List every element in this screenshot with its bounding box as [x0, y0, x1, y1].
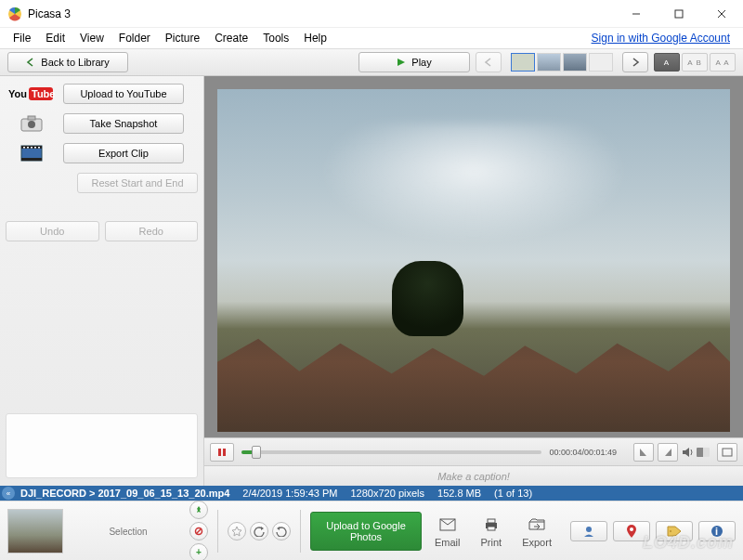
info-bar: « DJI_RECORD > 2017_09_06_15_13_20.mp4 2…	[0, 486, 743, 501]
arrow-left-icon	[484, 58, 493, 67]
menu-view[interactable]: View	[72, 30, 111, 46]
export-clip-button[interactable]: Export Clip	[63, 143, 184, 163]
histogram-placeholder	[6, 413, 198, 478]
youtube-icon: YouTube	[6, 85, 58, 102]
content-area: YouTube Upload to YouTube Take Snapshot …	[0, 76, 743, 486]
thumbnail-1[interactable]	[511, 53, 535, 72]
player-controls: 00:00:04/00:01:49	[204, 437, 743, 465]
ratio-button-2[interactable]: A B	[682, 53, 708, 72]
camera-icon	[6, 114, 58, 133]
collapse-tray-button[interactable]: «	[2, 487, 15, 500]
speaker-icon	[682, 446, 695, 459]
rotate-left-button[interactable]	[250, 522, 268, 540]
info-date: 2/4/2019 1:59:43 PM	[242, 488, 337, 499]
menu-bar: File Edit View Folder Picture Create Too…	[0, 28, 743, 48]
play-label: Play	[411, 57, 431, 68]
video-frame[interactable]	[217, 89, 730, 432]
pin-icon	[194, 505, 203, 514]
menu-file[interactable]: File	[6, 30, 38, 46]
thumbnail-strip	[511, 53, 613, 72]
play-button[interactable]: Play	[358, 52, 470, 72]
svg-rect-11	[28, 116, 35, 120]
menu-picture[interactable]: Picture	[158, 30, 207, 46]
svg-text:You: You	[8, 88, 27, 99]
bottom-bar: Selection + Upload to Google Photos Emai…	[0, 501, 743, 560]
person-icon	[582, 525, 595, 538]
tray-actions	[228, 522, 291, 540]
export-button[interactable]: Export	[515, 513, 559, 550]
selection-label: Selection	[109, 527, 147, 537]
volume-control[interactable]	[682, 446, 710, 459]
add-button[interactable]: +	[189, 543, 208, 561]
volume-slider[interactable]	[697, 448, 710, 457]
svg-rect-14	[21, 158, 42, 161]
menu-folder[interactable]: Folder	[111, 30, 158, 46]
pause-button[interactable]	[210, 443, 234, 462]
window-maximize-button[interactable]	[658, 0, 700, 28]
export-icon	[527, 514, 547, 535]
email-button[interactable]: Email	[427, 513, 468, 550]
selection-thumbnail[interactable]	[7, 509, 63, 553]
mark-in-icon	[639, 448, 648, 457]
svg-rect-19	[38, 147, 40, 149]
info-dimensions: 1280x720 pixels	[351, 488, 425, 499]
watermark: LO4D.com	[643, 533, 734, 553]
viewer-panel: 00:00:04/00:01:49 Make a caption!	[204, 76, 743, 486]
email-icon	[437, 514, 458, 535]
svg-rect-2	[675, 10, 683, 18]
mark-out-icon	[663, 448, 672, 457]
thumbnail-2[interactable]	[537, 53, 561, 72]
menu-help[interactable]: Help	[296, 30, 334, 46]
next-button[interactable]	[622, 52, 648, 72]
reset-start-end-button[interactable]: Reset Start and End	[77, 173, 198, 193]
rotate-left-icon	[254, 526, 265, 537]
film-icon	[6, 144, 58, 163]
playhead[interactable]	[252, 446, 261, 459]
star-button[interactable]	[228, 522, 246, 540]
svg-rect-33	[488, 519, 495, 523]
svg-rect-15	[23, 147, 25, 149]
ratio-button-3[interactable]: A A	[710, 53, 736, 72]
menu-tools[interactable]: Tools	[255, 30, 296, 46]
toolbar: Back to Library Play A A B A A	[0, 48, 743, 76]
info-filepath: DJI_RECORD > 2017_09_06_15_13_20.mp4	[20, 488, 229, 499]
mark-out-button[interactable]	[658, 443, 678, 462]
svg-rect-16	[27, 147, 29, 149]
svg-marker-30	[277, 527, 280, 530]
thumbnail-3[interactable]	[563, 53, 587, 72]
ratio-button-1[interactable]: A	[654, 53, 680, 72]
svg-point-37	[670, 530, 671, 532]
upload-youtube-button[interactable]: Upload to YouTube	[63, 84, 184, 104]
svg-marker-22	[640, 449, 646, 456]
back-to-library-button[interactable]: Back to Library	[7, 52, 128, 72]
take-snapshot-button[interactable]: Take Snapshot	[63, 113, 184, 134]
caption-field[interactable]: Make a caption!	[204, 465, 743, 486]
video-area	[204, 76, 743, 437]
time-display: 00:00:04/00:01:49	[549, 448, 630, 457]
pause-icon	[217, 448, 227, 457]
svg-rect-34	[488, 527, 495, 530]
prev-button[interactable]	[476, 52, 502, 72]
redo-button[interactable]: Redo	[105, 221, 199, 241]
rotate-right-button[interactable]	[272, 522, 291, 540]
upload-google-photos-button[interactable]: Upload to Google Photos	[310, 512, 422, 551]
clear-button[interactable]	[189, 522, 208, 540]
timeline-slider[interactable]	[241, 448, 541, 457]
sign-in-link[interactable]: Sign in with Google Account	[592, 32, 737, 45]
svg-marker-28	[232, 527, 241, 536]
pin-group: +	[189, 501, 208, 561]
star-icon	[231, 526, 242, 537]
people-button[interactable]	[570, 521, 607, 541]
undo-button[interactable]: Undo	[6, 221, 99, 241]
fullscreen-button[interactable]	[717, 443, 737, 462]
hold-button[interactable]	[189, 501, 208, 519]
menu-create[interactable]: Create	[207, 30, 255, 46]
print-button[interactable]: Print	[474, 513, 510, 550]
mark-in-button[interactable]	[633, 443, 654, 462]
app-logo-icon	[7, 7, 22, 21]
window-minimize-button[interactable]	[615, 0, 658, 28]
thumbnail-4[interactable]	[589, 53, 613, 72]
window-close-button[interactable]	[700, 0, 743, 28]
aspect-ratio-group: A A B A A	[654, 53, 736, 72]
menu-edit[interactable]: Edit	[38, 30, 72, 46]
